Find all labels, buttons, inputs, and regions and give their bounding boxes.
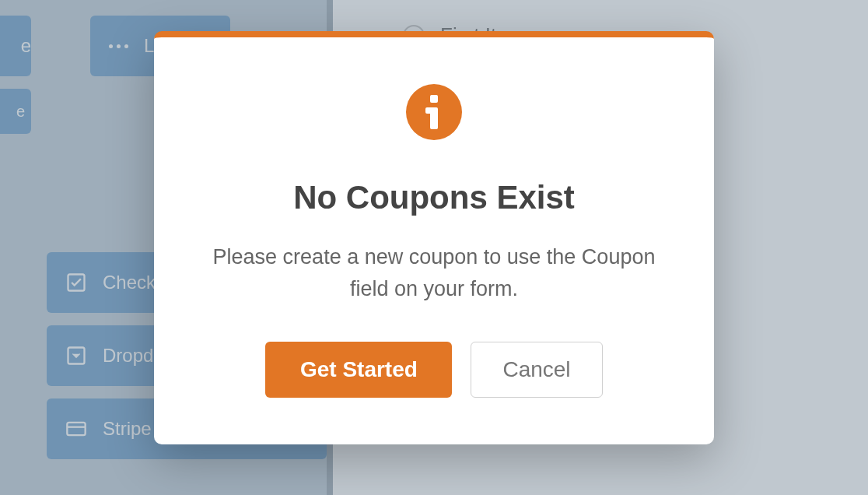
modal-overlay: No Coupons Exist Please create a new cou… (0, 0, 868, 495)
modal-title: No Coupons Exist (201, 179, 667, 216)
svg-rect-7 (425, 107, 433, 114)
cancel-button[interactable]: Cancel (471, 342, 602, 398)
modal-button-row: Get Started Cancel (201, 342, 667, 398)
no-coupons-modal: No Coupons Exist Please create a new cou… (154, 31, 714, 444)
svg-rect-5 (430, 95, 438, 103)
modal-message: Please create a new coupon to use the Co… (201, 241, 667, 304)
get-started-button[interactable]: Get Started (265, 342, 452, 398)
info-icon (406, 84, 462, 140)
